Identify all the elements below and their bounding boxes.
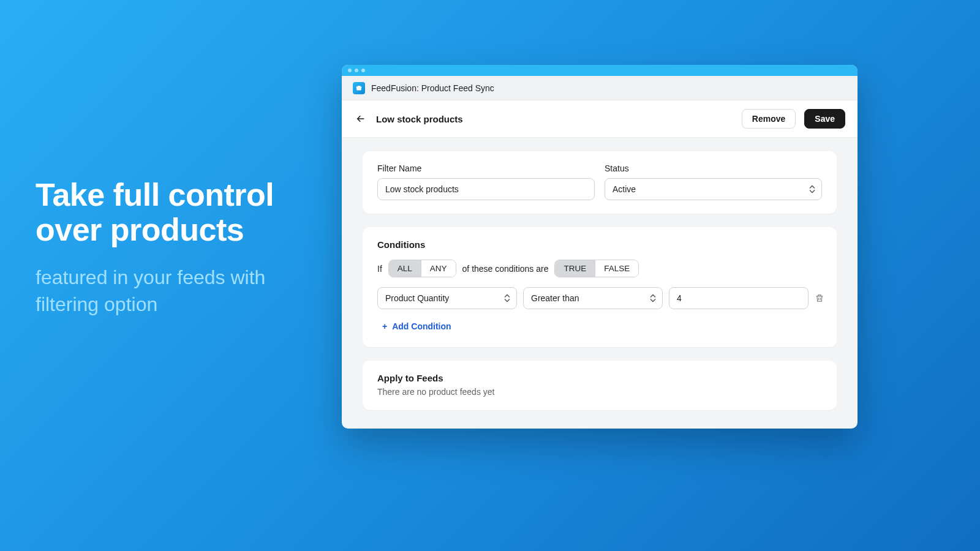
- filter-name-field: Filter Name: [377, 163, 595, 200]
- apply-feeds-card: Apply to Feeds There are no product feed…: [363, 361, 837, 410]
- filter-card: Filter Name Status Active: [363, 151, 837, 214]
- segment-any[interactable]: ANY: [421, 260, 456, 277]
- marketing-copy: Take full control over products featured…: [36, 178, 305, 318]
- chevron-updown-icon: [650, 294, 656, 302]
- filter-name-label: Filter Name: [377, 163, 595, 173]
- apply-feeds-title: Apply to Feeds: [377, 373, 822, 383]
- traffic-light-dot: [348, 69, 352, 72]
- conditions-card: Conditions If ALL ANY of these condition…: [363, 227, 837, 347]
- condition-field-value: Product Quantity: [385, 293, 449, 303]
- mid-text: of these conditions are: [462, 264, 549, 274]
- app-window: FeedFusion: Product Feed Sync Low stock …: [342, 65, 858, 429]
- app-title: FeedFusion: Product Feed Sync: [371, 83, 494, 93]
- marketing-subline: featured in your feeds with filtering op…: [36, 264, 305, 317]
- true-false-segment: TRUE FALSE: [554, 260, 639, 277]
- segment-true[interactable]: TRUE: [555, 260, 595, 277]
- status-field: Status Active: [605, 163, 822, 200]
- status-label: Status: [605, 163, 822, 173]
- all-any-segment: ALL ANY: [388, 260, 456, 277]
- conditions-title: Conditions: [377, 239, 822, 250]
- chevron-updown-icon: [809, 186, 815, 193]
- condition-value-input[interactable]: [669, 287, 809, 309]
- condition-operator-select[interactable]: Greater than: [523, 287, 663, 309]
- apply-feeds-empty: There are no product feeds yet: [377, 387, 822, 397]
- page-header: Low stock products Remove Save: [342, 100, 858, 138]
- plus-icon: +: [382, 321, 387, 331]
- add-condition-label: Add Condition: [392, 321, 451, 331]
- condition-row: Product Quantity Greater than: [377, 287, 822, 309]
- if-text: If: [377, 264, 382, 274]
- back-button[interactable]: [354, 112, 368, 126]
- chevron-updown-icon: [504, 294, 510, 302]
- save-button[interactable]: Save: [804, 109, 845, 129]
- marketing-headline: Take full control over products: [36, 178, 305, 247]
- app-icon: [353, 82, 365, 94]
- segment-false[interactable]: FALSE: [595, 260, 638, 277]
- traffic-light-dot: [361, 69, 365, 72]
- page-title: Low stock products: [376, 114, 733, 124]
- remove-button[interactable]: Remove: [742, 109, 796, 129]
- app-bar: FeedFusion: Product Feed Sync: [342, 76, 858, 100]
- page-content: Filter Name Status Active Conditions: [342, 138, 858, 429]
- traffic-light-dot: [355, 69, 358, 72]
- status-select[interactable]: Active: [605, 178, 822, 200]
- segment-all[interactable]: ALL: [389, 260, 421, 277]
- condition-operator-value: Greater than: [531, 293, 579, 303]
- add-condition-button[interactable]: + Add Condition: [377, 319, 456, 334]
- conditions-rule-line: If ALL ANY of these conditions are TRUE …: [377, 260, 822, 277]
- trash-icon: [815, 293, 824, 303]
- filter-name-input[interactable]: [377, 178, 595, 200]
- delete-condition-button[interactable]: [815, 292, 824, 304]
- window-titlebar: [342, 65, 858, 76]
- condition-field-select[interactable]: Product Quantity: [377, 287, 517, 309]
- status-value: Active: [612, 184, 636, 194]
- arrow-left-icon: [356, 114, 366, 124]
